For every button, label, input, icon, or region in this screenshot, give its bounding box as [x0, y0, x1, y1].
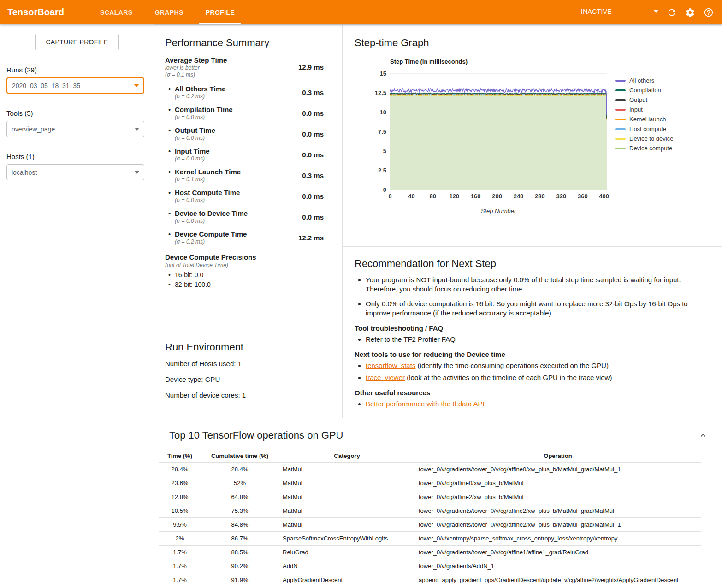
cell-operation: tower_0/v/xentropy/sparse_softmax_cross_… — [415, 532, 701, 546]
tensorflow-stats-link[interactable]: tensorflow_stats — [366, 362, 415, 369]
bullet-icon: • — [168, 85, 175, 100]
cell-category: ApplyGradientDescent — [279, 573, 415, 587]
refresh-icon — [667, 7, 677, 18]
legend-item: Output — [615, 95, 673, 105]
cell-time: 12.8% — [159, 490, 201, 504]
metric-note: lower is better — [165, 65, 227, 71]
cell-time: 1.7% — [159, 573, 201, 587]
faq-heading: Tool troubleshooting / FAQ — [355, 324, 710, 332]
tools-dropdown-value: overview_page — [12, 125, 55, 133]
cell-cumulative: 64.8% — [201, 490, 279, 504]
legend-swatch — [615, 128, 626, 130]
env-device-cores: Number of device cores: 1 — [165, 391, 342, 399]
metric-name: Host Compute Time — [175, 189, 240, 196]
chevron-down-icon — [134, 84, 139, 87]
metric-sigma: (σ = 0.1 ms) — [165, 71, 227, 78]
metric-row: • Input Time (σ = 0.0 ms) 0.0 ms — [165, 147, 342, 162]
svg-text:10: 10 — [380, 109, 386, 116]
settings-button[interactable] — [684, 6, 696, 18]
metric-sigma: (σ = 0.2 ms) — [175, 93, 226, 100]
metric-name: Average Step Time — [165, 56, 227, 64]
status-dropdown-value: INACTIVE — [581, 8, 612, 15]
metric-row: • Output Time (σ = 0.0 ms) 0.0 ms — [165, 126, 342, 141]
metric-sigma: (σ = 0.0 ms) — [175, 155, 210, 162]
faq-list: Refer to the TF2 Profiler FAQ — [355, 335, 710, 344]
table-row: 12.8% 64.8% MatMul tower_0/v/cg/affine2/… — [159, 490, 701, 504]
hosts-dropdown[interactable]: localhost — [6, 164, 144, 180]
runs-dropdown-value: 2020_03_05_18_31_35 — [12, 82, 80, 89]
precisions-title: Device Compute Precisions — [165, 253, 342, 261]
metric-value: 12.2 ms — [298, 234, 342, 242]
tool-item: tensorflow_stats (identify the time-cons… — [366, 361, 710, 370]
tools-dropdown[interactable]: overview_page — [6, 121, 144, 137]
cell-time: 28.4% — [159, 463, 201, 476]
cell-operation: tower_0/v/gradients/tower_0/v/cg/affine0… — [415, 463, 701, 476]
cell-time: 2% — [159, 532, 201, 546]
cell-cumulative: 91.9% — [201, 573, 279, 587]
tab-profile[interactable]: PROFILE — [195, 0, 246, 24]
precision-value: 16-bit: 0.0 — [175, 271, 203, 279]
cell-cumulative: 86.7% — [201, 532, 279, 546]
metric-sigma: (σ = 0.0 ms) — [175, 114, 233, 120]
metric-average-step-time: Average Step Time lower is better (σ = 0… — [165, 56, 342, 78]
metric-row: • Device to Device Time (σ = 0.0 ms) 0.0… — [165, 209, 342, 224]
tfdata-performance-link[interactable]: Better performance with the tf.data API — [366, 400, 485, 408]
cell-time: 1.7% — [159, 546, 201, 559]
svg-text:12.5: 12.5 — [375, 89, 386, 96]
metric-value: 0.0 ms — [302, 151, 342, 159]
legend-item: Device compute — [615, 143, 673, 153]
legend-label: Host compute — [629, 125, 666, 132]
table-row: 9.5% 84.8% MatMul tower_0/v/gradients/to… — [159, 518, 701, 532]
legend-item: All others — [615, 76, 673, 85]
legend-swatch — [615, 80, 626, 82]
legend-label: All others — [629, 77, 654, 84]
svg-text:15: 15 — [380, 70, 386, 77]
chevron-down-icon — [135, 128, 139, 131]
cell-cumulative: 28.4% — [201, 463, 279, 476]
other-resources-heading: Other useful resources — [355, 389, 710, 397]
cell-cumulative: 52% — [201, 476, 279, 490]
tab-bar: SCALARS GRAPHS PROFILE — [89, 0, 246, 24]
capture-profile-button[interactable]: CAPTURE PROFILE — [35, 34, 118, 50]
metric-row: • Compilation Time (σ = 0.0 ms) 0.0 ms — [165, 106, 342, 120]
top10-title: Top 10 TensorFlow operations on GPU — [169, 429, 343, 441]
bullet-icon: • — [168, 147, 175, 162]
metric-value: 0.0 ms — [302, 130, 342, 138]
app-title: TensorBoard — [0, 7, 64, 18]
status-dropdown[interactable]: INACTIVE — [580, 6, 659, 18]
collapse-button[interactable] — [697, 429, 709, 441]
chevron-down-icon — [135, 171, 139, 174]
cell-time: 23.6% — [159, 476, 201, 490]
legend-item: Host compute — [615, 124, 673, 134]
metric-row: • Device Compute Time (σ = 0.2 ms) 12.2 … — [165, 230, 342, 245]
metric-name: Device Compute Time — [175, 230, 247, 238]
metric-name: Device to Device Time — [175, 209, 248, 217]
metric-sigma: (σ = 0.1 ms) — [175, 176, 241, 183]
performance-summary-column: Performance Summary Average Step Time lo… — [154, 25, 343, 418]
cell-cumulative: 90.2% — [201, 559, 279, 573]
recommendation-list: Your program is NOT input-bound because … — [355, 275, 710, 318]
metric-value: 0.3 ms — [302, 89, 342, 96]
tab-graphs[interactable]: GRAPHS — [143, 0, 194, 24]
next-tools-heading: Next tools to use for reducing the Devic… — [355, 350, 710, 358]
tab-scalars[interactable]: SCALARS — [89, 0, 143, 24]
trace-viewer-link[interactable]: trace_viewer — [366, 374, 405, 381]
legend-item: Device to device — [615, 134, 673, 143]
refresh-button[interactable] — [666, 6, 678, 18]
metric-sigma: (σ = 0.2 ms) — [175, 238, 247, 245]
legend-item: Kernel launch — [615, 114, 673, 124]
svg-text:120: 120 — [449, 193, 459, 200]
chart-wrap: 02.557.51012.515040801201602002402803203… — [355, 56, 722, 218]
precision-item: • 32-bit: 100.0 — [165, 281, 342, 288]
col-cumulative-header: Cumulative time (%) — [201, 450, 279, 463]
metric-sigma: (σ = 0.0 ms) — [175, 135, 215, 141]
legend-label: Output — [629, 96, 647, 103]
svg-text:200: 200 — [492, 193, 502, 200]
legend-swatch — [615, 148, 626, 149]
cell-cumulative: 84.8% — [201, 518, 279, 532]
cell-operation: tower_0/v/cg/affine0/xw_plus_b/MatMul — [415, 476, 701, 490]
legend-label: Input — [629, 106, 643, 113]
help-button[interactable] — [703, 6, 715, 18]
runs-dropdown[interactable]: 2020_03_05_18_31_35 — [6, 77, 144, 94]
svg-text:7.5: 7.5 — [378, 128, 386, 135]
